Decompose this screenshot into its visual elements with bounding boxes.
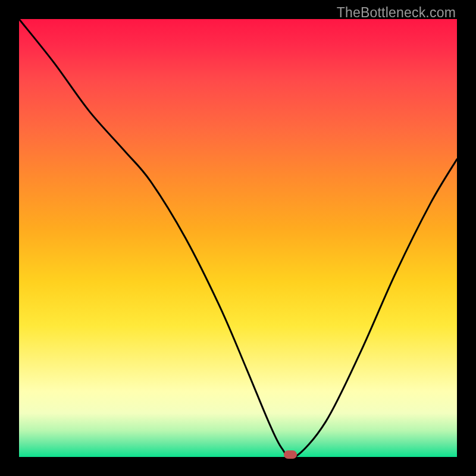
curve-svg bbox=[19, 19, 457, 457]
optimal-point-marker bbox=[284, 450, 297, 459]
bottleneck-curve bbox=[19, 19, 457, 457]
plot-area bbox=[19, 19, 457, 457]
chart-frame: TheBottleneck.com bbox=[0, 0, 476, 476]
attribution-label: TheBottleneck.com bbox=[337, 5, 456, 21]
